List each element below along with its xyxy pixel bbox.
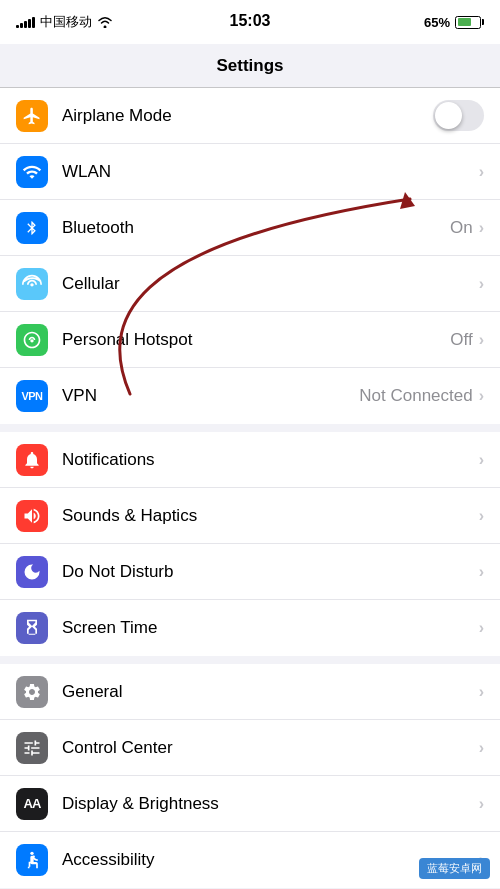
- screen-time-icon: [16, 612, 48, 644]
- notifications-label: Notifications: [62, 450, 479, 470]
- display-label: Display & Brightness: [62, 794, 479, 814]
- general-chevron: ›: [479, 683, 484, 701]
- row-general[interactable]: General ›: [0, 664, 500, 720]
- bluetooth-chevron: ›: [479, 219, 484, 237]
- battery-percent: 65%: [424, 15, 450, 30]
- general-label: General: [62, 682, 479, 702]
- display-icon: AA: [16, 788, 48, 820]
- accessibility-label: Accessibility: [62, 850, 479, 870]
- dnd-label: Do Not Disturb: [62, 562, 479, 582]
- row-bluetooth[interactable]: Bluetooth On ›: [0, 200, 500, 256]
- row-airplane-mode[interactable]: Airplane Mode: [0, 88, 500, 144]
- general-icon: [16, 676, 48, 708]
- screen-time-chevron: ›: [479, 619, 484, 637]
- display-chevron: ›: [479, 795, 484, 813]
- hotspot-icon: [16, 324, 48, 356]
- vpn-label: VPN: [62, 386, 359, 406]
- sounds-svg: [22, 506, 42, 526]
- row-cellular[interactable]: Cellular ›: [0, 256, 500, 312]
- airplane-svg: [22, 106, 42, 126]
- hotspot-svg: [22, 330, 42, 350]
- gear-svg: [22, 682, 42, 702]
- control-center-icon: [16, 732, 48, 764]
- notif-svg: [22, 450, 42, 470]
- hotspot-chevron: ›: [479, 331, 484, 349]
- hotspot-value: Off: [450, 330, 472, 350]
- nav-bar: Settings: [0, 44, 500, 88]
- airplane-mode-toggle[interactable]: [433, 100, 484, 131]
- row-vpn[interactable]: VPN VPN Not Connected ›: [0, 368, 500, 424]
- sounds-chevron: ›: [479, 507, 484, 525]
- section-connectivity: Airplane Mode WLAN › Bluetooth On: [0, 88, 500, 424]
- wifi-status-icon: [97, 16, 113, 28]
- accessibility-icon: [16, 844, 48, 876]
- control-center-label: Control Center: [62, 738, 479, 758]
- row-notifications[interactable]: Notifications ›: [0, 432, 500, 488]
- control-center-chevron: ›: [479, 739, 484, 757]
- row-personal-hotspot[interactable]: Personal Hotspot Off ›: [0, 312, 500, 368]
- cellular-icon: [16, 268, 48, 300]
- sounds-icon: [16, 500, 48, 532]
- sliders-svg: [22, 738, 42, 758]
- cellular-chevron: ›: [479, 275, 484, 293]
- settings-content: Airplane Mode WLAN › Bluetooth On: [0, 88, 500, 888]
- wlan-icon: [16, 156, 48, 188]
- wifi-svg: [22, 162, 42, 182]
- hotspot-label: Personal Hotspot: [62, 330, 450, 350]
- carrier-label: 中国移动: [40, 13, 92, 31]
- status-left: 中国移动: [16, 13, 113, 31]
- notifications-icon: [16, 444, 48, 476]
- row-sounds-haptics[interactable]: Sounds & Haptics ›: [0, 488, 500, 544]
- hourglass-svg: [22, 618, 42, 638]
- status-right: 65%: [424, 15, 484, 30]
- section-general: General › Control Center › AA Display & …: [0, 664, 500, 888]
- vpn-chevron: ›: [479, 387, 484, 405]
- status-bar: 中国移动 15:03 65%: [0, 0, 500, 44]
- bluetooth-label: Bluetooth: [62, 218, 450, 238]
- wlan-chevron: ›: [479, 163, 484, 181]
- bluetooth-icon: [16, 212, 48, 244]
- section-notifications: Notifications › Sounds & Haptics › Do No…: [0, 432, 500, 656]
- screen-time-label: Screen Time: [62, 618, 479, 638]
- battery-icon: [455, 16, 484, 29]
- row-screen-time[interactable]: Screen Time ›: [0, 600, 500, 656]
- bluetooth-value: On: [450, 218, 473, 238]
- svg-point-0: [30, 852, 33, 855]
- vpn-icon-text: VPN: [21, 390, 42, 402]
- sounds-label: Sounds & Haptics: [62, 506, 479, 526]
- notifications-chevron: ›: [479, 451, 484, 469]
- dnd-chevron: ›: [479, 563, 484, 581]
- dnd-icon: [16, 556, 48, 588]
- vpn-value: Not Connected: [359, 386, 472, 406]
- watermark: 蓝莓安卓网: [419, 858, 490, 879]
- row-do-not-disturb[interactable]: Do Not Disturb ›: [0, 544, 500, 600]
- page-title: Settings: [216, 56, 283, 76]
- airplane-mode-toggle-knob: [435, 102, 462, 129]
- airplane-mode-label: Airplane Mode: [62, 106, 433, 126]
- cellular-label: Cellular: [62, 274, 479, 294]
- signal-icon: [16, 16, 35, 28]
- moon-svg: [22, 562, 42, 582]
- wlan-label: WLAN: [62, 162, 479, 182]
- bluetooth-svg: [24, 218, 40, 238]
- accessibility-svg: [22, 850, 42, 870]
- row-wlan[interactable]: WLAN ›: [0, 144, 500, 200]
- row-display-brightness[interactable]: AA Display & Brightness ›: [0, 776, 500, 832]
- row-control-center[interactable]: Control Center ›: [0, 720, 500, 776]
- status-time: 15:03: [230, 12, 271, 30]
- airplane-mode-icon: [16, 100, 48, 132]
- cellular-svg: [22, 274, 42, 294]
- display-aa-text: AA: [24, 796, 41, 811]
- vpn-icon: VPN: [16, 380, 48, 412]
